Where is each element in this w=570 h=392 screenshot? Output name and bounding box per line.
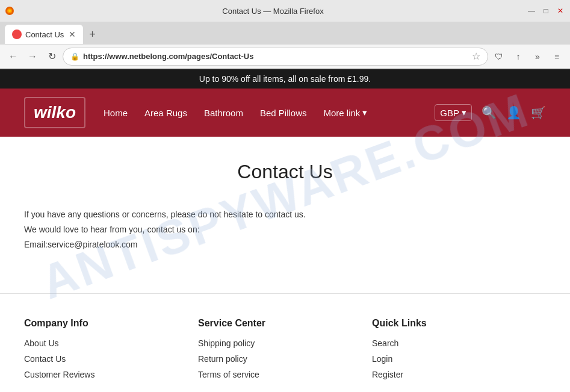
nav-bed-pillows[interactable]: Bed Pillows <box>260 108 307 118</box>
footer-col-service: Service Center Shipping policy Return po… <box>198 318 372 385</box>
close-button[interactable]: ✕ <box>556 6 565 16</box>
footer-shipping-policy[interactable]: Shipping policy <box>198 338 372 348</box>
more-link-chevron: ▾ <box>362 107 367 118</box>
nav-bathroom[interactable]: Bathroom <box>204 108 243 118</box>
footer-columns: Company Info About Us Contact Us Custome… <box>24 318 546 385</box>
footer-service-title: Service Center <box>198 318 372 329</box>
currency-label: GBP <box>440 108 459 118</box>
back-button[interactable]: ← <box>5 48 22 65</box>
nav-home[interactable]: Home <box>104 108 128 118</box>
site-logo[interactable]: wilko <box>24 97 85 128</box>
footer: Company Info About Us Contact Us Custome… <box>0 293 570 392</box>
currency-chevron: ▾ <box>462 107 466 118</box>
promo-bar: Up to 90% off all items, all on sale fro… <box>0 69 570 89</box>
nav-bar: ← → ↻ 🔒 https://www.netbelong.com/pages/… <box>0 45 570 69</box>
contact-email: Email:service@piratelook.com <box>24 237 546 252</box>
lock-icon: 🔒 <box>70 52 79 61</box>
window-title: Contact Us — Mozilla Firefox <box>19 7 527 16</box>
footer-return-policy[interactable]: Return policy <box>198 354 372 364</box>
footer-search[interactable]: Search <box>372 338 546 348</box>
shield-button[interactable]: 🛡 <box>491 48 507 65</box>
svg-point-2 <box>8 10 11 12</box>
footer-login[interactable]: Login <box>372 354 546 364</box>
contact-body: If you have any questions or concerns, p… <box>24 207 546 253</box>
tab-close-button[interactable]: ✕ <box>69 30 76 39</box>
header-actions: GBP ▾ 🔍 👤 🛒 <box>435 104 546 121</box>
url-display: https://www.netbelong.com/pages/Contact-… <box>83 52 467 61</box>
url-domain: netbelong.com <box>129 52 185 61</box>
footer-contact-us[interactable]: Contact Us <box>24 354 198 364</box>
url-path: /pages/Contact-Us <box>185 52 253 61</box>
title-bar: Contact Us — Mozilla Firefox — □ ✕ <box>0 0 570 22</box>
footer-about-us[interactable]: About Us <box>24 338 198 348</box>
address-bar[interactable]: 🔒 https://www.netbelong.com/pages/Contac… <box>63 48 488 66</box>
footer-terms-of-service[interactable]: Terms of service <box>198 370 372 379</box>
window-controls[interactable]: — □ ✕ <box>527 6 565 16</box>
currency-selector[interactable]: GBP ▾ <box>435 104 472 121</box>
email-address: service@piratelook.com <box>48 240 138 249</box>
contact-line2: We would love to hear from you, contact … <box>24 222 546 237</box>
forward-button[interactable]: → <box>24 48 41 65</box>
url-prefix: https://www. <box>83 52 129 61</box>
footer-register[interactable]: Register <box>372 370 546 379</box>
nav-right-icons: 🛡 ↑ » ≡ <box>491 48 565 65</box>
tabs-bar: Contact Us ✕ + <box>0 22 570 45</box>
extend-button[interactable]: » <box>529 48 546 65</box>
cart-button[interactable]: 🛒 <box>531 105 546 120</box>
tab-favicon <box>12 30 22 39</box>
promo-text: Up to 90% off all items, all on sale fro… <box>199 74 371 84</box>
browser-chrome: Contact Us — Mozilla Firefox — □ ✕ Conta… <box>0 0 570 69</box>
new-tab-button[interactable]: + <box>87 26 98 43</box>
menu-button[interactable]: ≡ <box>548 48 565 65</box>
maximize-button[interactable]: □ <box>541 6 551 16</box>
footer-col-company: Company Info About Us Contact Us Custome… <box>24 318 198 385</box>
nav-more-link[interactable]: More link ▾ <box>324 107 368 118</box>
page-title: Contact Us <box>24 161 546 183</box>
active-tab[interactable]: Contact Us ✕ <box>5 25 83 44</box>
site-header: wilko Home Area Rugs Bathroom Bed Pillow… <box>0 89 570 137</box>
main-nav: Home Area Rugs Bathroom Bed Pillows More… <box>104 107 435 118</box>
search-button[interactable]: 🔍 <box>482 105 497 120</box>
contact-line1: If you have any questions or concerns, p… <box>24 207 546 222</box>
email-label: Email: <box>24 240 48 249</box>
minimize-button[interactable]: — <box>527 6 536 16</box>
footer-col-quick: Quick Links Search Login Register <box>372 318 546 385</box>
tab-label: Contact Us <box>25 30 64 39</box>
share-button[interactable]: ↑ <box>510 48 527 65</box>
footer-customer-reviews[interactable]: Customer Reviews <box>24 370 198 379</box>
refresh-button[interactable]: ↻ <box>43 48 60 65</box>
firefox-icon <box>5 6 14 16</box>
main-content: Contact Us If you have any questions or … <box>0 137 570 293</box>
nav-area-rugs[interactable]: Area Rugs <box>144 108 187 118</box>
more-link-label: More link <box>324 108 361 118</box>
bookmark-icon[interactable]: ☆ <box>472 51 480 62</box>
footer-quick-title: Quick Links <box>372 318 546 329</box>
user-button[interactable]: 👤 <box>506 105 521 120</box>
footer-company-title: Company Info <box>24 318 198 329</box>
